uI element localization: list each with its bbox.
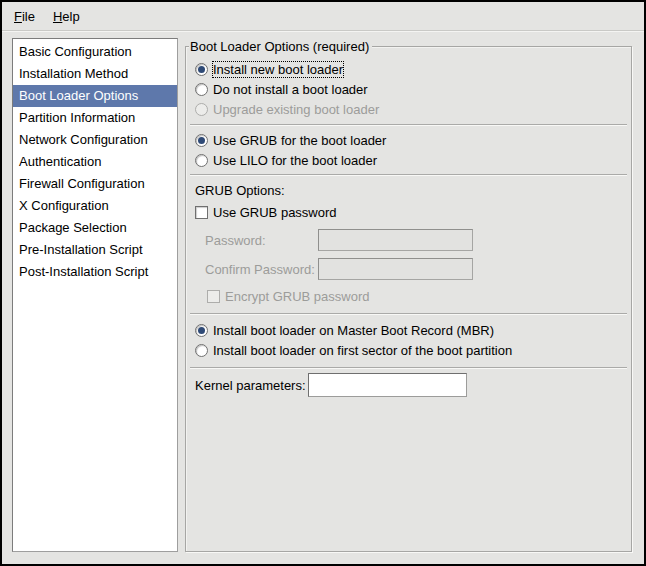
menubar: File Help	[2, 2, 644, 31]
radio-label: Do not install a boot loader	[213, 82, 368, 97]
radio-use-grub[interactable]: Use GRUB for the boot loader	[195, 130, 623, 150]
separator	[190, 367, 627, 369]
checkbox-encrypt-grub-password: Encrypt GRUB password	[207, 286, 623, 306]
radio-icon	[195, 134, 208, 147]
radio-label: Upgrade existing boot loader	[213, 102, 379, 117]
kernel-parameters-row: Kernel parameters:	[195, 373, 623, 397]
sidebar-item-x-configuration[interactable]: X Configuration	[13, 195, 177, 217]
kernel-parameters-input[interactable]	[308, 373, 467, 397]
checkbox-label: Use GRUB password	[213, 205, 337, 220]
sidebar-item-pre-installation-script[interactable]: Pre-Installation Script	[13, 239, 177, 261]
menu-help-hotkey: H	[53, 9, 62, 24]
window-content: File Help Basic Configuration Installati…	[2, 2, 644, 564]
separator	[190, 174, 627, 176]
separator	[190, 313, 627, 315]
sidebar-item-partition-information[interactable]: Partition Information	[13, 107, 177, 129]
radio-do-not-install-boot-loader[interactable]: Do not install a boot loader	[195, 79, 623, 99]
radio-icon	[195, 83, 208, 96]
radio-label: Use GRUB for the boot loader	[213, 133, 386, 148]
menu-help[interactable]: Help	[44, 4, 89, 29]
sidebar-item-package-selection[interactable]: Package Selection	[13, 217, 177, 239]
app-window: File Help Basic Configuration Installati…	[0, 0, 646, 566]
radio-label: Install boot loader on Master Boot Recor…	[213, 323, 494, 338]
radio-label: Use LILO for the boot loader	[213, 153, 377, 168]
radio-install-on-first-sector[interactable]: Install boot loader on first sector of t…	[195, 340, 623, 360]
radio-icon	[195, 344, 208, 357]
sidebar-item-installation-method[interactable]: Installation Method	[13, 63, 177, 85]
menu-file[interactable]: File	[5, 4, 44, 29]
checkbox-icon	[195, 206, 208, 219]
separator	[190, 124, 627, 126]
radio-icon	[195, 324, 208, 337]
radio-icon	[195, 63, 208, 76]
menu-file-hotkey: F	[14, 9, 22, 24]
sidebar-item-post-installation-script[interactable]: Post-Installation Script	[13, 261, 177, 283]
sidebar-item-network-configuration[interactable]: Network Configuration	[13, 129, 177, 151]
sidebar-item-boot-loader-options[interactable]: Boot Loader Options	[13, 85, 177, 107]
radio-label: Install boot loader on first sector of t…	[213, 343, 512, 358]
radio-label: Install new boot loader	[213, 62, 343, 77]
checkbox-use-grub-password[interactable]: Use GRUB password	[195, 202, 623, 222]
frame-title: Boot Loader Options (required)	[189, 39, 372, 54]
boot-loader-options-frame: Boot Loader Options (required) Install n…	[185, 46, 632, 552]
sidebar-item-firewall-configuration[interactable]: Firewall Configuration	[13, 173, 177, 195]
sidebar-item-basic-configuration[interactable]: Basic Configuration	[13, 41, 177, 63]
main-area: Basic Configuration Installation Method …	[2, 31, 644, 564]
password-row: Password:	[205, 229, 623, 251]
menu-help-label: elp	[62, 9, 79, 24]
radio-icon	[195, 103, 208, 116]
kernel-parameters-label: Kernel parameters:	[195, 378, 308, 393]
checkbox-icon	[207, 290, 220, 303]
radio-install-on-mbr[interactable]: Install boot loader on Master Boot Recor…	[195, 320, 623, 340]
grub-options-heading: GRUB Options:	[195, 183, 623, 199]
confirm-password-label: Confirm Password:	[205, 262, 318, 277]
radio-install-new-boot-loader[interactable]: Install new boot loader	[195, 59, 623, 79]
confirm-password-input	[318, 258, 473, 280]
radio-use-lilo[interactable]: Use LILO for the boot loader	[195, 150, 623, 170]
password-input	[318, 229, 473, 251]
password-label: Password:	[205, 233, 318, 248]
menu-file-label: ile	[22, 9, 35, 24]
sidebar-item-authentication[interactable]: Authentication	[13, 151, 177, 173]
checkbox-label: Encrypt GRUB password	[225, 289, 370, 304]
confirm-password-row: Confirm Password:	[205, 258, 623, 280]
radio-upgrade-existing-boot-loader: Upgrade existing boot loader	[195, 99, 623, 119]
category-list: Basic Configuration Installation Method …	[12, 38, 178, 552]
radio-icon	[195, 154, 208, 167]
